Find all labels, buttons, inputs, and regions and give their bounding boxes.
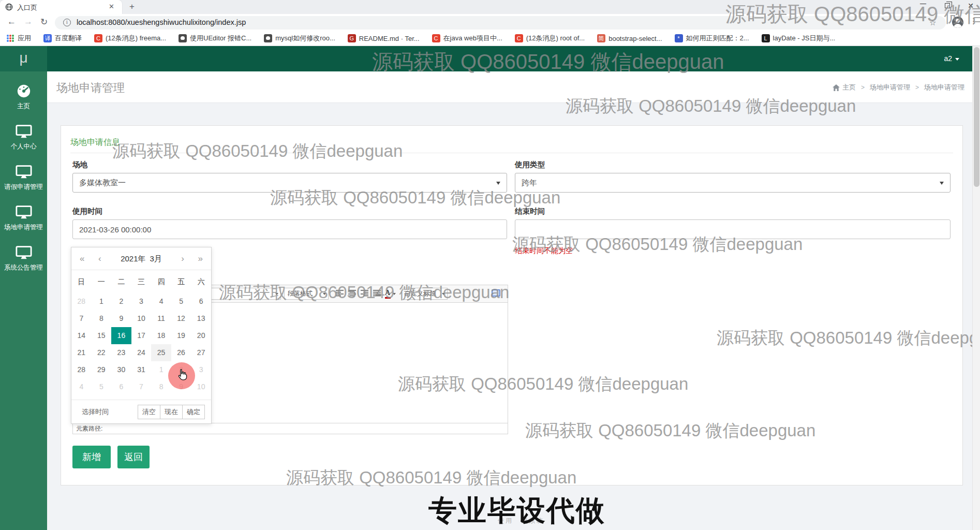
- month-label[interactable]: 3月: [150, 254, 162, 263]
- now-button[interactable]: 现在: [160, 405, 183, 419]
- calendar-day[interactable]: 23: [111, 344, 131, 361]
- bookmark-item[interactable]: 译百度翻译: [43, 34, 82, 43]
- reload-icon[interactable]: ↻: [40, 17, 48, 27]
- year-label[interactable]: 2021年: [121, 254, 145, 263]
- bookmark-item[interactable]: GREADME.md · Ter...: [348, 34, 420, 42]
- sidebar-item-leave[interactable]: 请假申请管理: [0, 158, 47, 198]
- calendar-day[interactable]: 28: [71, 361, 92, 378]
- calendar-day[interactable]: 1: [92, 293, 112, 310]
- calendar-day[interactable]: 8: [151, 378, 171, 395]
- next-month-icon[interactable]: ›: [181, 247, 184, 270]
- calendar-day[interactable]: 22: [92, 344, 112, 361]
- calendar-day[interactable]: 3: [131, 293, 152, 310]
- bookmark-item[interactable]: LlayDate - JS日期与...: [762, 34, 836, 43]
- calendar-day[interactable]: 26: [171, 344, 191, 361]
- back-icon[interactable]: ←: [7, 17, 16, 27]
- new-tab-button[interactable]: +: [129, 2, 135, 12]
- calendar-day[interactable]: 7: [131, 378, 152, 395]
- clear-button[interactable]: 清空: [138, 405, 160, 419]
- bookmark-item[interactable]: 应用: [6, 34, 31, 43]
- calendar-day[interactable]: 31: [131, 361, 152, 378]
- calendar-day[interactable]: 9: [111, 310, 131, 327]
- sidebar-item-notice[interactable]: 系统公告管理: [0, 239, 47, 278]
- font-color-button[interactable]: A: [383, 289, 397, 299]
- bookmark-item[interactable]: C在java web项目中...: [432, 34, 502, 43]
- bookmark-item[interactable]: mysql如何修改roo...: [264, 34, 335, 43]
- breadcrumb-item[interactable]: 场地申请管理: [870, 83, 910, 92]
- align-justify-icon[interactable]: [371, 289, 382, 299]
- profile-avatar[interactable]: [952, 17, 963, 28]
- calendar-day[interactable]: 6: [111, 378, 131, 395]
- add-button[interactable]: 新增: [72, 446, 111, 468]
- tab-close-icon[interactable]: ✕: [109, 3, 114, 10]
- next-year-icon[interactable]: »: [198, 247, 203, 270]
- browser-scrollbar[interactable]: [972, 46, 980, 530]
- calendar-day[interactable]: 19: [171, 327, 191, 344]
- window-close-button[interactable]: ✕: [968, 2, 974, 10]
- select-time-link[interactable]: 选择时间: [82, 400, 109, 424]
- bookmark-item[interactable]: C(12条消息) root of...: [515, 34, 585, 43]
- bookmark-star-icon[interactable]: ☆: [929, 18, 936, 27]
- bookmark-label: 在java web项目中...: [443, 34, 502, 43]
- bookmark-item[interactable]: 使用UEditor 报错C...: [179, 34, 251, 43]
- calendar-day[interactable]: 10: [191, 378, 211, 395]
- calendar-day[interactable]: 6: [191, 293, 211, 310]
- calendar-day[interactable]: 30: [111, 361, 131, 378]
- calendar-day[interactable]: 4: [151, 293, 171, 310]
- sidebar-item-venue[interactable]: 场地申请管理: [0, 198, 47, 238]
- calendar-day[interactable]: 17: [131, 327, 152, 344]
- breadcrumb-item[interactable]: 主页: [842, 83, 856, 92]
- calendar-day[interactable]: 15: [92, 327, 112, 344]
- bookmark-item[interactable]: 简bootstrap-select...: [597, 34, 662, 42]
- sidebar-item-profile[interactable]: 个人中心: [0, 117, 47, 157]
- browser-tab[interactable]: 入口页 ✕: [0, 0, 122, 14]
- start-time-input[interactable]: [72, 219, 507, 239]
- calendar-day[interactable]: 5: [171, 293, 191, 310]
- bookmark-item[interactable]: *如何用正则匹配：2...: [675, 34, 749, 43]
- align-right-icon[interactable]: [359, 289, 370, 299]
- calendar-day[interactable]: 11: [151, 310, 171, 327]
- url-bar[interactable]: i localhost:8080/xueshengshiwuchulixiton…: [55, 16, 946, 30]
- user-menu[interactable]: a2: [944, 46, 959, 71]
- calendar-day[interactable]: 16: [111, 327, 131, 344]
- calendar-day[interactable]: 10: [131, 310, 152, 327]
- calendar-day[interactable]: 28: [71, 293, 92, 310]
- calendar-day[interactable]: 29: [92, 361, 112, 378]
- bookmark-item[interactable]: C(12条消息) freema...: [94, 34, 166, 43]
- calendar-day[interactable]: 5: [92, 378, 112, 395]
- breadcrumb-item[interactable]: 场地申请管理: [924, 83, 964, 92]
- calendar-day[interactable]: 20: [191, 327, 211, 344]
- calendar-day[interactable]: 21: [71, 344, 92, 361]
- venue-select[interactable]: 多媒体教室一: [72, 173, 507, 193]
- calendar-day[interactable]: 12: [171, 310, 191, 327]
- ok-button[interactable]: 确定: [182, 405, 205, 419]
- back-button[interactable]: 返回: [117, 446, 150, 468]
- bookmark-label: (12条消息) root of...: [526, 34, 585, 43]
- bookmark-label: (12条消息) freema...: [106, 34, 166, 43]
- window-minimize-button[interactable]: —: [920, 0, 926, 7]
- fullscreen-icon[interactable]: [492, 289, 500, 297]
- calendar-day[interactable]: 27: [191, 344, 211, 361]
- calendar-day[interactable]: 2: [111, 293, 131, 310]
- window-restore-button[interactable]: [945, 3, 950, 8]
- use-type-select[interactable]: 跨年: [515, 173, 951, 193]
- paragraph-format-combo[interactable]: 段落格式: [284, 288, 329, 300]
- end-time-input[interactable]: [515, 219, 951, 239]
- calendar-day[interactable]: 25: [151, 344, 171, 361]
- calendar-day[interactable]: 14: [71, 327, 92, 344]
- page-info-icon[interactable]: i: [63, 19, 71, 26]
- calendar-day[interactable]: 13: [191, 310, 211, 327]
- forward-icon[interactable]: →: [24, 17, 33, 27]
- align-center-icon[interactable]: [346, 289, 358, 299]
- browser-menu-icon[interactable]: ⋮: [970, 17, 977, 26]
- calendar-day[interactable]: 8: [92, 310, 112, 327]
- scrollbar-thumb[interactable]: [974, 47, 979, 187]
- sidebar-item-home[interactable]: 主页: [0, 77, 47, 117]
- align-left-icon[interactable]: [334, 289, 345, 299]
- calendar-day[interactable]: 18: [151, 327, 171, 344]
- calendar-day[interactable]: 24: [131, 344, 152, 361]
- calendar-day[interactable]: 7: [71, 310, 92, 327]
- custom-title-combo[interactable]: 自定义标题: [401, 288, 448, 300]
- calendar-day[interactable]: 4: [71, 378, 92, 395]
- app-logo[interactable]: μ: [0, 46, 47, 71]
